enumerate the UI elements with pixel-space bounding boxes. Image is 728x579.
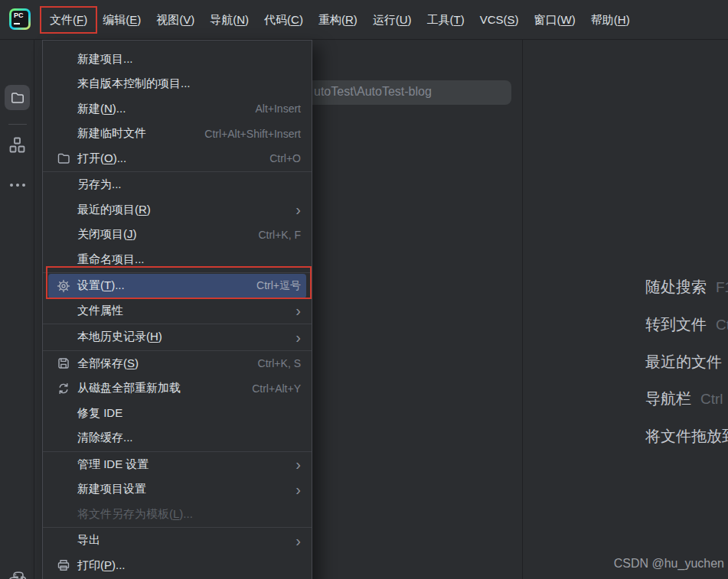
more-tool-windows-icon[interactable]	[8, 179, 27, 191]
menu-item-save-file-as-template: 将文件另存为模板(L)...	[43, 502, 312, 527]
menu-item-new[interactable]: 新建(N)...Alt+Insert	[43, 96, 312, 122]
hint-label: 将文件拖放到	[645, 426, 728, 446]
menu-item-invalidate-caches[interactable]: 清除缓存...	[43, 426, 312, 451]
menubar: PC 文件(F)编辑(E)视图(V)导航(N)代码(C)重构(R)运行(U)工具…	[0, 0, 728, 40]
menu-item-label: 设置(T)...	[77, 278, 125, 293]
menubar-item-view[interactable]: 视图(V)	[149, 8, 202, 32]
pycharm-logo-icon: PC	[9, 8, 31, 30]
menu-item-label: 导出	[77, 533, 100, 548]
printer-icon	[57, 558, 70, 572]
menu-item-new-project[interactable]: 新建项目...	[43, 47, 312, 72]
menubar-item-tools[interactable]: 工具(T)	[419, 8, 472, 32]
menubar-item-help[interactable]: 帮助(H)	[583, 8, 638, 32]
menu-item-label: 新建(N)...	[77, 102, 126, 116]
menubar-item-file[interactable]: 文件(F)	[42, 8, 95, 32]
menubar-items: 文件(F)编辑(E)视图(V)导航(N)代码(C)重构(R)运行(U)工具(T)…	[42, 0, 638, 39]
menu-item-shortcut: Ctrl+K, F	[258, 229, 301, 241]
chevron-right-icon: ›	[295, 304, 301, 317]
menu-item-reload-all-from-disk[interactable]: 从磁盘全部重新加载Ctrl+Alt+Y	[43, 376, 312, 402]
menubar-item-code[interactable]: 代码(C)	[256, 8, 311, 32]
menu-item-label: 管理 IDE 设置	[77, 457, 149, 472]
menu-item-repair-ide[interactable]: 修复 IDE	[43, 401, 312, 426]
hint-line: 将文件拖放到	[645, 426, 728, 446]
chevron-right-icon: ›	[295, 330, 301, 344]
menu-item-shortcut: Ctrl+Alt+Shift+Insert	[204, 128, 301, 140]
menubar-item-refactor[interactable]: 重构(R)	[311, 8, 365, 32]
structure-icon[interactable]	[8, 136, 27, 155]
hint-line: 转到文件Ct	[645, 314, 728, 335]
hint-line: 导航栏Ctrl	[645, 389, 723, 409]
menu-item-new-scratch-file[interactable]: 新建临时文件Ctrl+Alt+Shift+Insert	[43, 122, 312, 147]
hint-line: 随处搜索F1	[645, 277, 728, 298]
chevron-right-icon: ›	[295, 203, 301, 216]
hint-label: 最近的文件	[645, 352, 722, 372]
menu-item-shortcut: Alt+Insert	[255, 102, 301, 115]
menu-item-label: 最近的项目(R)	[77, 203, 151, 217]
menu-item-label: 另存为...	[77, 177, 122, 192]
stripe-divider	[8, 124, 27, 125]
menu-item-label: 全部保存(S)	[77, 356, 139, 371]
menubar-item-navigate[interactable]: 导航(N)	[202, 8, 256, 32]
python-console-icon[interactable]	[7, 570, 28, 579]
menu-item-settings[interactable]: 设置(T)...Ctrl+逗号	[48, 274, 306, 299]
folder-icon	[57, 151, 70, 165]
menu-item-label: 文件属性	[77, 304, 123, 318]
menu-item-manage-ide-settings[interactable]: 管理 IDE 设置›	[43, 452, 312, 477]
reload-icon	[57, 382, 70, 395]
pycharm-logo-text: PC	[11, 11, 28, 28]
menu-item-label: 新建项目...	[77, 52, 133, 67]
hint-shortcut: Ct	[716, 315, 728, 335]
menu-item-label: 清除缓存...	[77, 431, 133, 445]
hint-shortcut: F1	[716, 278, 728, 298]
menu-item-shortcut: Ctrl+K, S	[258, 357, 301, 369]
gear-icon	[57, 279, 70, 293]
menu-item-export[interactable]: 导出›	[43, 529, 312, 554]
project-path-text: utoTest\AutoTest-blog	[314, 85, 432, 99]
project-folder-icon[interactable]	[5, 85, 30, 110]
menu-item-open[interactable]: 打开(O)...Ctrl+O	[43, 146, 312, 171]
menu-item-save-all[interactable]: 全部保存(S)Ctrl+K, S	[43, 351, 312, 376]
menu-item-file-properties[interactable]: 文件属性›	[43, 298, 312, 324]
menubar-item-vcs[interactable]: VCS(S)	[472, 8, 527, 32]
hint-label: 导航栏	[645, 389, 691, 408]
tool-stripe	[0, 40, 34, 579]
menu-item-label: 打印(P)...	[77, 558, 126, 573]
menubar-item-run[interactable]: 运行(U)	[365, 8, 419, 32]
save-all-icon	[57, 356, 70, 370]
hint-label: 随处搜索	[645, 277, 707, 297]
chevron-right-icon: ›	[295, 483, 301, 496]
menu-item-shortcut: Ctrl+O	[269, 152, 301, 164]
editor-divider	[522, 40, 523, 579]
file-menu-dropdown: 新建项目...来自版本控制的项目...新建(N)...Alt+Insert新建临…	[42, 40, 312, 579]
csdn-watermark: CSDN @hu_yuchen	[614, 557, 724, 571]
menu-item-local-history[interactable]: 本地历史记录(H)›	[43, 325, 312, 350]
menu-item-rename-project[interactable]: 重命名项目...	[43, 247, 312, 272]
menu-item-save-as[interactable]: 另存为...	[43, 173, 312, 198]
menu-item-shortcut: Ctrl+Alt+Y	[252, 382, 301, 395]
menu-item-label: 来自版本控制的项目...	[77, 76, 191, 91]
chevron-right-icon: ›	[295, 534, 301, 548]
menu-item-label: 将文件另存为模板(L)...	[77, 507, 193, 522]
hint-shortcut: Ctrl	[700, 389, 723, 409]
menu-item-label: 关闭项目(J)	[77, 227, 137, 242]
menu-item-label: 重命名项目...	[77, 252, 145, 267]
menu-item-label: 打开(O)...	[77, 151, 126, 166]
menu-item-new-projects-setup[interactable]: 新建项目设置›	[43, 477, 312, 503]
menu-item-close-project[interactable]: 关闭项目(J)Ctrl+K, F	[43, 223, 312, 248]
menu-item-recent-projects[interactable]: 最近的项目(R)›	[43, 197, 312, 223]
menu-item-label: 新建临时文件	[77, 126, 146, 141]
menu-item-label: 新建项目设置	[77, 482, 146, 496]
hint-line: 最近的文件	[645, 352, 722, 372]
hint-label: 转到文件	[645, 314, 707, 334]
menu-item-label: 从磁盘全部重新加载	[77, 381, 181, 395]
menu-item-shortcut: Ctrl+逗号	[256, 279, 301, 293]
menu-item-print[interactable]: 打印(P)...	[43, 553, 312, 578]
menubar-item-edit[interactable]: 编辑(E)	[95, 8, 149, 32]
menubar-item-window[interactable]: 窗口(W)	[527, 8, 583, 32]
menu-item-project-from-vcs[interactable]: 来自版本控制的项目...	[43, 72, 312, 97]
chevron-right-icon: ›	[295, 457, 301, 471]
menu-item-label: 修复 IDE	[77, 406, 122, 421]
menu-item-label: 本地历史记录(H)	[77, 330, 162, 344]
